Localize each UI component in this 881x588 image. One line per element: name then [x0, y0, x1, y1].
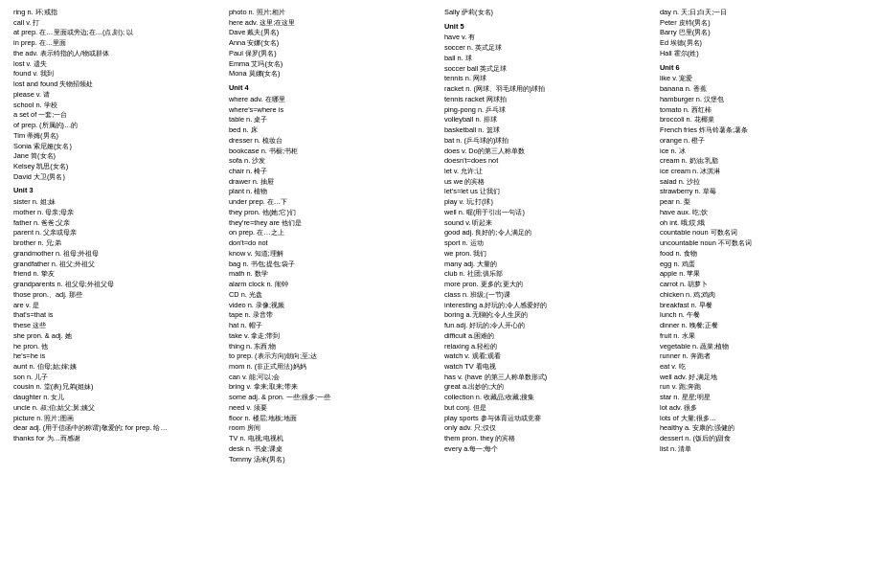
- entry: take v. 拿走;带到: [229, 331, 437, 342]
- entry: doesn't=does not: [444, 156, 652, 167]
- entry: brother n. 兄;弟: [13, 238, 221, 249]
- entry: in prep. 在…里面: [13, 38, 221, 49]
- entry: floor n. 楼层;地板;地面: [229, 414, 437, 424]
- entry: dessert n. (饭后的)甜食: [660, 434, 868, 444]
- entry: pear n. 梨: [660, 197, 868, 208]
- entry: have v. 有: [444, 33, 652, 43]
- entry: racket n. (网球、羽毛球用的)球拍: [444, 84, 652, 95]
- entry: tape n. 录音带: [229, 310, 437, 321]
- entry: chair n. 椅子: [229, 167, 437, 177]
- entry: thanks for 为…而感谢: [13, 434, 221, 444]
- entry: Dave 戴夫(男名): [229, 28, 437, 38]
- entry: where adv. 在哪里: [229, 95, 437, 105]
- entry: salad n. 沙拉: [660, 177, 868, 188]
- entry: broccoli n. 花椰菜: [660, 115, 868, 125]
- entry: ping-pong n. 乒乓球: [444, 105, 652, 116]
- entry: ball n. 球: [444, 54, 652, 64]
- entry: Peter 皮特(男名): [660, 18, 868, 29]
- entry: Emma 艾玛(女名): [229, 59, 437, 70]
- entry: Barry 巴里(男名): [660, 28, 868, 38]
- entry: they pron. 他(她;它)们: [229, 208, 437, 218]
- entry: dresser n. 梳妆台: [229, 136, 437, 147]
- entry: vegetable n. 蔬菜;植物: [660, 342, 868, 352]
- entry: daughter n. 女儿: [13, 393, 221, 403]
- entry: cousin n. 堂(表)兄弟(姐妹): [13, 382, 221, 393]
- entry: boring a.无聊的;令人生厌的: [444, 310, 652, 321]
- entry: alarm clock n. 闹钟: [229, 280, 437, 290]
- entry: she pron. & adj. 她: [13, 331, 221, 342]
- entry: hamburger n. 汉堡包: [660, 95, 868, 105]
- entry: to prep. (表示方向)朝向;至;达: [229, 351, 437, 362]
- entry: us we 的宾格: [444, 177, 652, 188]
- entry: Mona 莫娜(女名): [229, 69, 437, 79]
- entry: Unit 3: [13, 186, 221, 196]
- entry: uncle n. 叔;伯;姑父;舅;姨父: [13, 403, 221, 414]
- entry: every a.每一;每个: [444, 444, 652, 455]
- entry: tennis racket 网球拍: [444, 95, 652, 105]
- entry: mother n. 母亲;母亲: [13, 208, 221, 218]
- entry: Paul 保罗(男名): [229, 49, 437, 59]
- entry: bed n. 床: [229, 125, 437, 136]
- entry: David 大卫(男名): [13, 172, 221, 183]
- entry: Jane 简(女名): [13, 151, 221, 162]
- entry: aunt n. 伯母;姑;婶;姨: [13, 362, 221, 373]
- entry: watch v. 观看;观看: [444, 351, 652, 362]
- entry: don't=do not: [229, 238, 437, 249]
- entry: list n. 清单: [660, 444, 868, 455]
- entry: please v. 请: [13, 90, 221, 101]
- entry: soccer ball 英式足球: [444, 64, 652, 75]
- entry: lot adv. 很多: [660, 403, 868, 414]
- entry: runner n. 奔跑者: [660, 351, 868, 362]
- entry: let v. 允许;让: [444, 167, 652, 177]
- entry: lots of 大量;很多…: [660, 414, 868, 424]
- entry: lunch n. 午餐: [660, 310, 868, 321]
- entry: Tommy 汤米(男名): [229, 455, 437, 465]
- entry: grandmother n. 祖母;外祖母: [13, 249, 221, 260]
- entry: CD n. 光盘: [229, 290, 437, 301]
- entry: bag n. 书包;提包;袋子: [229, 260, 437, 270]
- entry: collection n. 收藏品;收藏;搜集: [444, 393, 652, 403]
- entry: parent n. 父亲或母亲: [13, 228, 221, 238]
- entry: Sally 萨莉(女名): [444, 8, 652, 18]
- entry: we pron. 我们: [444, 249, 652, 260]
- entry: lost and found 失物招领处: [13, 79, 221, 90]
- entry: like v. 宠爱: [660, 74, 868, 84]
- entry: lost v. 遗失: [13, 59, 221, 70]
- entry: club n. 社团;俱乐部: [444, 269, 652, 280]
- entry: found v. 我到: [13, 69, 221, 79]
- entry: many adj. 大量的: [444, 260, 652, 270]
- entry: Ed 埃德(男名): [660, 38, 868, 49]
- entry: where's=where is: [229, 105, 437, 116]
- entry: healthy a. 安康的;强健的: [660, 423, 868, 434]
- entry: countable noun 可数名词: [660, 228, 868, 238]
- entry: day n. 天;日;白天;一日: [660, 8, 868, 18]
- entry: grandfather n. 祖父;外祖父: [13, 260, 221, 270]
- entry: math n. 数学: [229, 269, 437, 280]
- entry: sofa n. 沙发: [229, 156, 437, 167]
- entry: orange n. 橙子: [660, 136, 868, 147]
- entry: relaxing a.轻松的: [444, 342, 652, 352]
- entry: Unit 6: [660, 63, 868, 74]
- entry: soccer n. 英式足球: [444, 43, 652, 54]
- entry: cream n. 奶油;乳脂: [660, 156, 868, 167]
- entry: call v. 打: [13, 18, 221, 29]
- entry: friend n. 挚友: [13, 269, 221, 280]
- entry: here adv. 这里;在这里: [229, 18, 437, 29]
- entry: ice cream n. 冰淇淋: [660, 167, 868, 177]
- entry: the adv. 表示特指的人/物或群体: [13, 49, 221, 59]
- entry: fun adj. 好玩的;令人开心的: [444, 321, 652, 331]
- entry: chicken n. 鸡;鸡肉: [660, 290, 868, 301]
- entry: uncountable noun 不可数名词: [660, 238, 868, 249]
- entry: sport n. 运动: [444, 238, 652, 249]
- entry: Hall 霍尔(姓): [660, 49, 868, 59]
- column-3: Sally 萨莉(女名)Unit 5have v. 有soccer n. 英式足…: [440, 8, 656, 580]
- entry: plant n. 植物: [229, 187, 437, 197]
- entry: tennis n. 网球: [444, 74, 652, 84]
- entry: difficult a.困难的: [444, 331, 652, 342]
- entry: he's=he is: [13, 351, 221, 362]
- entry: school n. 学校: [13, 101, 221, 111]
- entry: dinner n. 晚餐;正餐: [660, 321, 868, 331]
- entry: strawberry n. 草莓: [660, 187, 868, 197]
- entry: carrot n. 胡萝卜: [660, 280, 868, 290]
- entry: these 这些: [13, 321, 221, 331]
